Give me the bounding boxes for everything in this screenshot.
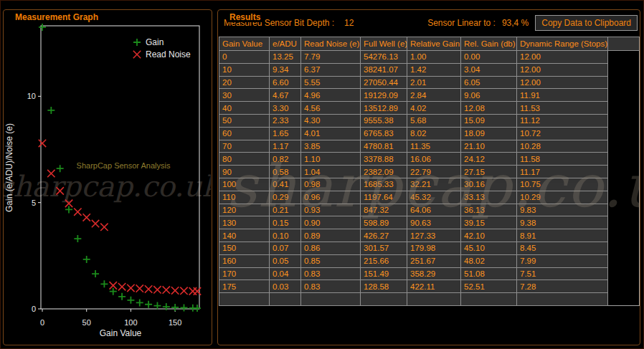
- table-cell[interactable]: 426.27: [361, 229, 407, 242]
- column-header[interactable]: Relative Gain: [407, 37, 461, 51]
- table-cell[interactable]: 0.83: [301, 267, 361, 280]
- table-cell[interactable]: 12.00: [517, 51, 608, 64]
- table-cell[interactable]: 9.38: [517, 216, 608, 229]
- table-cell[interactable]: 38241.07: [361, 63, 407, 76]
- table-cell[interactable]: 45.32: [407, 191, 461, 204]
- table-cell[interactable]: 0.82: [270, 153, 301, 166]
- table-cell[interactable]: 179.98: [407, 242, 461, 254]
- table-cell[interactable]: 422.11: [407, 280, 461, 293]
- table-cell[interactable]: 2382.09: [361, 166, 407, 178]
- table-cell[interactable]: 8.91: [517, 229, 608, 242]
- table-cell[interactable]: 0.85: [301, 254, 361, 267]
- table-cell[interactable]: 30: [219, 89, 270, 102]
- table-cell[interactable]: 7.28: [517, 280, 608, 293]
- table-cell[interactable]: 120: [219, 204, 270, 216]
- table-cell[interactable]: 10.72: [517, 127, 608, 140]
- table-cell[interactable]: 151.49: [361, 267, 407, 280]
- table-cell[interactable]: 6.37: [301, 63, 361, 76]
- table-cell[interactable]: 7.51: [517, 267, 608, 280]
- table-cell[interactable]: 1.10: [301, 153, 361, 166]
- table-cell[interactable]: 6.60: [270, 76, 301, 89]
- table-cell[interactable]: 0.98: [301, 178, 361, 191]
- table-cell[interactable]: 127.33: [407, 229, 461, 242]
- table-cell[interactable]: 10.75: [517, 178, 608, 191]
- column-header[interactable]: Dynamic Range (Stops): [517, 37, 608, 51]
- table-cell[interactable]: 4780.81: [361, 140, 407, 153]
- table-cell[interactable]: 100: [219, 178, 270, 191]
- table-cell[interactable]: 20: [219, 76, 270, 89]
- table-cell[interactable]: 598.89: [361, 216, 407, 229]
- table-cell[interactable]: 3378.88: [361, 153, 407, 166]
- table-cell[interactable]: 50: [219, 114, 270, 127]
- table-cell[interactable]: 0.29: [270, 191, 301, 204]
- table-cell[interactable]: 847.32: [361, 204, 407, 216]
- table-cell[interactable]: 11.53: [517, 102, 608, 115]
- table-cell[interactable]: 3.85: [301, 140, 361, 153]
- table-cell[interactable]: [270, 293, 301, 306]
- table-cell[interactable]: 12.00: [517, 76, 608, 89]
- table-cell[interactable]: 4.01: [301, 127, 361, 140]
- table-cell[interactable]: 40: [219, 102, 270, 115]
- table-cell[interactable]: 170: [219, 267, 270, 280]
- table-cell[interactable]: 13512.89: [361, 102, 407, 115]
- table-cell[interactable]: 1685.33: [361, 178, 407, 191]
- table-cell[interactable]: 1.65: [270, 127, 301, 140]
- table-cell[interactable]: 0: [219, 51, 270, 64]
- table-cell[interactable]: 0.86: [301, 242, 361, 254]
- table-cell[interactable]: 11.12: [517, 114, 608, 127]
- table-cell[interactable]: 10: [219, 63, 270, 76]
- table-cell[interactable]: [461, 293, 517, 306]
- column-header[interactable]: Rel. Gain (db): [461, 37, 517, 51]
- table-cell[interactable]: [301, 293, 361, 306]
- table-cell[interactable]: 0.03: [270, 280, 301, 293]
- table-cell[interactable]: 52.51: [461, 280, 517, 293]
- table-cell[interactable]: 7.99: [517, 254, 608, 267]
- table-cell[interactable]: 21.10: [461, 140, 517, 153]
- table-cell[interactable]: [219, 293, 270, 306]
- table-cell[interactable]: 33.13: [461, 191, 517, 204]
- table-cell[interactable]: 175: [219, 280, 270, 293]
- table-cell[interactable]: 0.83: [301, 280, 361, 293]
- table-cell[interactable]: [361, 293, 407, 306]
- table-cell[interactable]: 4.96: [301, 89, 361, 102]
- table-cell[interactable]: 4.56: [301, 102, 361, 115]
- column-header[interactable]: Read Noise (e): [301, 37, 361, 51]
- table-cell[interactable]: 13.25: [270, 51, 301, 64]
- table-cell[interactable]: 8.02: [407, 127, 461, 140]
- table-cell[interactable]: 9555.38: [361, 114, 407, 127]
- table-cell[interactable]: 140: [219, 229, 270, 242]
- table-cell[interactable]: 215.66: [361, 254, 407, 267]
- table-cell[interactable]: 6765.83: [361, 127, 407, 140]
- table-cell[interactable]: 0.10: [270, 229, 301, 242]
- table-cell[interactable]: 11.58: [517, 153, 608, 166]
- table-cell[interactable]: 1.42: [407, 63, 461, 76]
- table-cell[interactable]: 251.67: [407, 254, 461, 267]
- table-cell[interactable]: 16.06: [407, 153, 461, 166]
- table-cell[interactable]: 0.07: [270, 242, 301, 254]
- column-header[interactable]: Gain Value: [219, 37, 270, 51]
- column-header[interactable]: e/ADU: [270, 37, 301, 51]
- table-cell[interactable]: 12.00: [517, 63, 608, 76]
- table-cell[interactable]: 54276.13: [361, 51, 407, 64]
- table-cell[interactable]: [517, 293, 608, 306]
- table-cell[interactable]: 19129.09: [361, 89, 407, 102]
- table-cell[interactable]: 22.79: [407, 166, 461, 178]
- table-cell[interactable]: 128.58: [361, 280, 407, 293]
- table-cell[interactable]: 0.15: [270, 216, 301, 229]
- table-cell[interactable]: 42.10: [461, 229, 517, 242]
- table-cell[interactable]: 51.08: [461, 267, 517, 280]
- table-cell[interactable]: 9.83: [517, 204, 608, 216]
- table-cell[interactable]: 48.02: [461, 254, 517, 267]
- table-cell[interactable]: 6.05: [461, 76, 517, 89]
- table-cell[interactable]: 0.05: [270, 254, 301, 267]
- table-cell[interactable]: 18.09: [461, 127, 517, 140]
- table-cell[interactable]: 3.30: [270, 102, 301, 115]
- table-cell[interactable]: 9.34: [270, 63, 301, 76]
- table-cell[interactable]: 12.08: [461, 102, 517, 115]
- table-cell[interactable]: 2.33: [270, 114, 301, 127]
- table-cell[interactable]: 39.15: [461, 216, 517, 229]
- table-cell[interactable]: 1.00: [407, 51, 461, 64]
- table-cell[interactable]: 0.21: [270, 204, 301, 216]
- table-cell[interactable]: 0.93: [301, 204, 361, 216]
- table-cell[interactable]: 4.02: [407, 102, 461, 115]
